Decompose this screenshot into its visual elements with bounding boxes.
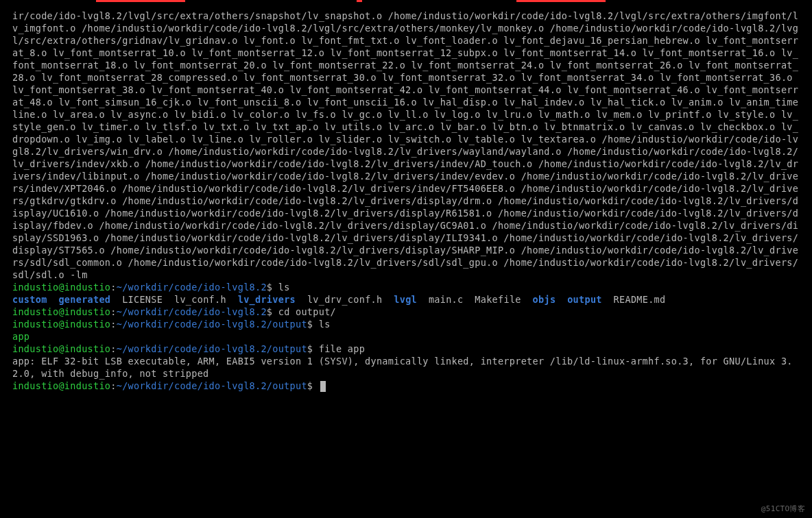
prompt-dollar: $ [307, 319, 313, 330]
ls-file: lv_conf.h [174, 294, 226, 305]
prompt-path: ~/workdir/code/ido-lvgl8.2/output [117, 319, 307, 330]
ls-dir: generated [58, 294, 110, 305]
ls-file: lv_drv_conf.h [307, 294, 383, 305]
terminal-output[interactable]: ir/code/ido-lvgl8.2/lvgl/src/extra/other… [12, 10, 804, 392]
prompt-user: industio@industio [12, 380, 110, 391]
prompt-user: industio@industio [12, 319, 110, 330]
ls-dir: lv_drivers [238, 294, 296, 305]
tab-indicator[interactable] [96, 0, 185, 2]
watermark-text: @51CTO博客 [761, 503, 805, 515]
file-command-output: app: ELF 32-bit LSB executable, ARM, EAB… [12, 356, 793, 379]
ls-dir: output [567, 294, 602, 305]
prompt-path: ~/workdir/code/ido-lvgl8.2/output [117, 343, 307, 354]
ls-dir: custom [12, 294, 47, 305]
prompt-path: ~/workdir/code/ido-lvgl8.2 [117, 306, 267, 317]
prompt-separator: : [110, 282, 116, 293]
prompt-separator: : [110, 343, 116, 354]
tab-indicator[interactable] [357, 0, 362, 2]
command-text: file app [319, 343, 365, 354]
ls-executable: app [12, 331, 29, 342]
compiler-output: ir/code/ido-lvgl8.2/lvgl/src/extra/other… [12, 10, 798, 280]
terminal-cursor[interactable] [320, 381, 326, 392]
prompt-dollar: $ [307, 343, 313, 354]
ls-file: Makefile [475, 294, 521, 305]
prompt-user: industio@industio [12, 282, 110, 293]
command-text: ls [278, 282, 290, 293]
prompt-dollar: $ [267, 282, 272, 293]
prompt-dollar: $ [267, 306, 272, 317]
prompt-user: industio@industio [12, 343, 110, 354]
prompt-separator: : [110, 319, 116, 330]
ls-file: README.md [614, 294, 666, 305]
ls-file: main.c [429, 294, 464, 305]
ls-dir: objs [533, 294, 556, 305]
ls-dir: lvgl [394, 294, 417, 305]
prompt-path: ~/workdir/code/ido-lvgl8.2/output [117, 380, 307, 391]
tab-indicator[interactable] [516, 0, 606, 2]
command-text: cd output/ [278, 306, 336, 317]
prompt-separator: : [110, 306, 116, 317]
prompt-separator: : [110, 380, 116, 391]
ls-file: LICENSE [122, 294, 163, 305]
prompt-path: ~/workdir/code/ido-lvgl8.2 [117, 282, 267, 293]
prompt-user: industio@industio [12, 306, 110, 317]
prompt-dollar: $ [307, 380, 313, 391]
command-text: ls [319, 319, 331, 330]
window-tab-strip [0, 0, 812, 4]
